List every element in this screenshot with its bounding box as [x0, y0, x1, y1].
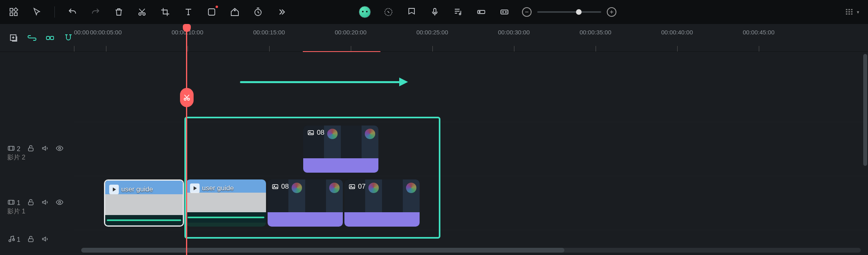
track-header-video2[interactable]: 2 影片 2 [0, 122, 74, 176]
cursor-icon[interactable] [31, 6, 42, 18]
view-mode-toggle[interactable]: ▼ [845, 8, 860, 16]
timeline-tracks: 2 影片 2 1 影片 1 1 [0, 52, 868, 255]
svg-rect-20 [851, 11, 853, 12]
visibility-icon[interactable] [56, 198, 64, 208]
link-icon[interactable] [26, 32, 38, 44]
redo-icon[interactable] [90, 6, 101, 18]
shape-icon[interactable] [206, 6, 217, 18]
clip-image-07[interactable]: 07 [344, 179, 420, 227]
svg-rect-35 [28, 239, 33, 242]
text-icon[interactable] [183, 6, 194, 18]
tag-icon[interactable] [229, 6, 240, 18]
timeline-ruler: 00:00 00:00:05:00 00:00:10:00 00:00:15:0… [0, 24, 868, 52]
svg-rect-15 [846, 9, 848, 10]
timecode: 00:00:05:00 [90, 29, 122, 36]
clip-image-08-top[interactable]: 08 [303, 126, 378, 173]
svg-rect-6 [208, 9, 215, 15]
video-track-icon [7, 198, 15, 208]
svg-rect-31 [28, 202, 33, 205]
ruler-scale[interactable]: 00:00 00:00:05:00 00:00:10:00 00:00:15:0… [74, 24, 868, 52]
apps-icon[interactable] [8, 6, 19, 18]
mute-icon[interactable] [41, 144, 49, 154]
mic-icon[interactable] [429, 6, 440, 18]
svg-rect-25 [46, 36, 50, 40]
timecode: 00:00:25:00 [416, 29, 448, 36]
zoom-slider[interactable] [537, 11, 601, 13]
clip-name: user guide [202, 184, 234, 192]
range-icon[interactable] [476, 6, 487, 18]
magnet-icon[interactable] [63, 32, 74, 44]
track-label: 影片 1 [7, 207, 25, 216]
marker-icon[interactable] [406, 6, 417, 18]
track-badge: 1 [17, 199, 20, 207]
timecode: 00:00:30:00 [498, 29, 530, 36]
svg-rect-28 [28, 148, 33, 151]
vertical-scrollbar[interactable] [863, 54, 867, 166]
svg-rect-19 [848, 11, 850, 12]
play-icon [109, 185, 119, 194]
crop-icon[interactable] [160, 6, 171, 18]
svg-rect-26 [50, 36, 54, 40]
track-header-audio1[interactable]: 1 [0, 230, 74, 250]
clip-name: 07 [358, 183, 366, 191]
timecode: 00:00 [74, 29, 89, 36]
clip-user-guide-2[interactable]: user guide [186, 179, 266, 227]
cut-icon[interactable] [136, 6, 148, 18]
svg-point-7 [234, 10, 236, 11]
timecode: 00:00:20:00 [335, 29, 366, 36]
svg-rect-3 [14, 13, 17, 16]
svg-rect-23 [851, 14, 853, 15]
zoom-slider-knob[interactable] [576, 9, 582, 15]
clip-name: 08 [281, 183, 289, 191]
zoom-in-button[interactable] [607, 7, 616, 17]
svg-rect-17 [851, 9, 853, 10]
svg-rect-0 [10, 8, 13, 11]
svg-point-32 [58, 201, 60, 203]
playhead[interactable] [186, 24, 187, 255]
track-label: 影片 2 [7, 153, 25, 162]
svg-rect-10 [434, 8, 436, 13]
svg-rect-21 [846, 14, 848, 15]
visibility-icon[interactable] [56, 144, 64, 154]
ai-assistant-icon[interactable] [359, 6, 371, 18]
clip-user-guide-selected[interactable]: user guide [104, 179, 184, 227]
timecode: 00:00:45:00 [743, 29, 774, 36]
svg-rect-1 [14, 8, 18, 12]
horizontal-scrollbar[interactable] [81, 248, 861, 253]
timecode: 00:00:35:00 [580, 29, 611, 36]
clip-name: 08 [317, 129, 324, 137]
group-icon[interactable] [45, 32, 56, 44]
fx-icon[interactable] [383, 6, 394, 18]
lock-icon[interactable] [27, 144, 35, 154]
playhead-handle[interactable] [183, 24, 191, 32]
undo-icon[interactable] [67, 6, 78, 18]
timer-icon[interactable] [252, 6, 264, 18]
mute-icon[interactable] [41, 198, 49, 208]
svg-rect-36 [308, 131, 314, 135]
playhead-cut-button[interactable] [180, 88, 194, 107]
add-track-icon[interactable] [8, 32, 19, 44]
separator [54, 6, 55, 18]
svg-rect-18 [846, 11, 848, 12]
more-icon[interactable] [276, 6, 287, 18]
zoom-out-button[interactable] [522, 7, 532, 17]
video-track-icon [7, 144, 15, 154]
svg-rect-38 [272, 185, 278, 189]
track-badge: 2 [17, 145, 20, 153]
zoom-control [522, 7, 616, 17]
track-header-video1[interactable]: 1 影片 1 [0, 176, 74, 230]
scrollbar-thumb[interactable] [81, 248, 564, 253]
chevron-down-icon: ▼ [856, 10, 860, 14]
clip-image-08[interactable]: 08 [268, 179, 343, 227]
svg-point-29 [58, 147, 60, 149]
music-list-icon[interactable] [452, 6, 464, 18]
toolbar: ▼ [0, 0, 868, 24]
fit-width-icon[interactable] [499, 6, 510, 18]
mute-icon[interactable] [41, 235, 49, 245]
delete-icon[interactable] [113, 6, 124, 18]
lock-icon[interactable] [27, 198, 35, 208]
svg-rect-2 [10, 13, 13, 16]
svg-rect-27 [8, 146, 14, 150]
lock-icon[interactable] [27, 235, 35, 245]
audio-track-icon [7, 235, 15, 245]
